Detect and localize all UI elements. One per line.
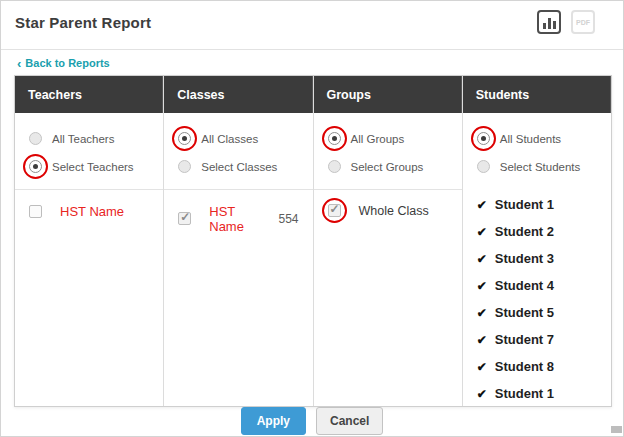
- option-label: All Teachers: [52, 133, 114, 145]
- footer-actions: Apply Cancel: [1, 407, 623, 435]
- classes-column-header: Classes: [164, 76, 312, 113]
- select-groups-radio[interactable]: [328, 160, 342, 174]
- scrollbar-fragment[interactable]: [611, 426, 622, 433]
- teachers-column: Teachers All Teachers Select Teachers HS…: [15, 76, 164, 406]
- option-all-classes[interactable]: All Classes: [164, 125, 312, 153]
- option-select-teachers[interactable]: Select Teachers: [15, 153, 163, 181]
- radio-icon: [477, 160, 490, 173]
- option-select-classes[interactable]: Select Classes: [164, 153, 312, 181]
- classes-column: Classes All Classes Select Classes HST N…: [164, 76, 313, 406]
- teacher-list-item[interactable]: HST Name: [29, 204, 149, 219]
- student-list-item[interactable]: Student 8: [477, 353, 597, 380]
- pdf-icon-label: PDF: [576, 19, 590, 26]
- teachers-options: All Teachers Select Teachers: [15, 113, 163, 190]
- cancel-button[interactable]: Cancel: [316, 407, 383, 435]
- bar-chart-bar: [548, 18, 551, 29]
- option-all-groups[interactable]: All Groups: [314, 125, 462, 153]
- classes-item-list: HST Name 554: [164, 190, 312, 240]
- student-name-label: Student 3: [495, 251, 554, 266]
- groups-options: All Groups Select Groups: [314, 113, 462, 190]
- student-name-label: Student 1: [495, 386, 554, 401]
- teacher-name-label: HST Name: [60, 204, 124, 219]
- back-chevron-icon: [17, 58, 21, 69]
- teacher-checkbox[interactable]: [29, 205, 43, 219]
- option-select-groups[interactable]: Select Groups: [314, 153, 462, 181]
- option-label: All Groups: [351, 133, 405, 145]
- student-name-label: Student 2: [495, 224, 554, 239]
- star-parent-report-page: Star Parent Report PDF Back to Reports T…: [0, 0, 624, 437]
- class-checkbox[interactable]: [178, 212, 192, 226]
- bar-chart-bar: [543, 23, 546, 29]
- bar-chart-bar: [553, 21, 556, 29]
- student-list-item[interactable]: Student 2: [477, 218, 597, 245]
- student-name-label: Student 4: [495, 278, 554, 293]
- option-label: Select Classes: [201, 161, 277, 173]
- checkbox-icon: [328, 204, 341, 217]
- option-label: All Students: [500, 133, 561, 145]
- option-label: All Classes: [201, 133, 258, 145]
- option-all-teachers[interactable]: All Teachers: [15, 125, 163, 153]
- groups-column-header: Groups: [314, 76, 462, 113]
- class-list-item[interactable]: HST Name 554: [178, 204, 298, 234]
- option-select-students[interactable]: Select Students: [463, 153, 611, 181]
- back-link-label: Back to Reports: [25, 57, 109, 69]
- groups-item-list: Whole Class: [314, 190, 462, 224]
- radio-icon: [328, 160, 341, 173]
- check-icon: [477, 333, 487, 347]
- teachers-item-list: HST Name: [15, 190, 163, 225]
- radio-icon: [29, 132, 42, 145]
- check-icon: [477, 387, 487, 401]
- back-to-reports-link[interactable]: Back to Reports: [17, 57, 110, 69]
- student-list-item[interactable]: Student 1: [477, 191, 597, 218]
- check-icon: [477, 306, 487, 320]
- radio-icon: [178, 160, 191, 173]
- student-list-item[interactable]: Student 1: [477, 380, 597, 407]
- student-name-label: Student 1: [495, 197, 554, 212]
- class-name-label: HST Name: [209, 204, 256, 234]
- option-label: Select Teachers: [52, 161, 134, 173]
- group-name-label: Whole Class: [359, 204, 429, 218]
- groups-column: Groups All Groups Select Groups Whole Cl…: [314, 76, 463, 406]
- all-groups-radio[interactable]: [328, 132, 342, 146]
- whole-class-checkbox[interactable]: [328, 204, 342, 218]
- student-list-item[interactable]: Student 4: [477, 272, 597, 299]
- student-list-item[interactable]: Student 5: [477, 299, 597, 326]
- checkbox-icon: [29, 205, 42, 218]
- radio-icon: [178, 132, 191, 145]
- student-name-label: Student 8: [495, 359, 554, 374]
- apply-button[interactable]: Apply: [241, 407, 306, 435]
- radio-icon: [328, 132, 341, 145]
- all-teachers-radio[interactable]: [29, 132, 43, 146]
- top-header-bar: Star Parent Report PDF: [1, 1, 623, 50]
- group-list-item[interactable]: Whole Class: [328, 204, 448, 218]
- class-student-count: 554: [278, 212, 298, 226]
- check-icon: [477, 198, 487, 212]
- check-icon: [477, 279, 487, 293]
- radio-icon: [477, 132, 490, 145]
- radio-icon: [29, 160, 42, 173]
- student-name-label: Student 5: [495, 305, 554, 320]
- all-classes-radio[interactable]: [178, 132, 192, 146]
- student-name-label: Student 7: [495, 332, 554, 347]
- bar-chart-icon[interactable]: [537, 10, 561, 34]
- students-list: Student 1 Student 2 Student 3 Student 4 …: [463, 189, 611, 407]
- classes-options: All Classes Select Classes: [164, 113, 312, 190]
- check-icon: [477, 225, 487, 239]
- option-label: Select Groups: [351, 161, 424, 173]
- checkbox-icon: [178, 212, 191, 225]
- page-title: Star Parent Report: [15, 14, 151, 31]
- students-column-header: Students: [463, 76, 611, 113]
- all-students-radio[interactable]: [477, 132, 491, 146]
- report-selection-panel: Teachers All Teachers Select Teachers HS…: [14, 75, 612, 407]
- option-all-students[interactable]: All Students: [463, 125, 611, 153]
- student-list-item[interactable]: Student 3: [477, 245, 597, 272]
- pdf-export-icon[interactable]: PDF: [571, 10, 595, 34]
- check-icon: [477, 252, 487, 266]
- check-icon: [477, 360, 487, 374]
- select-students-radio[interactable]: [477, 160, 491, 174]
- teachers-column-header: Teachers: [15, 76, 163, 113]
- students-column: Students All Students Select Students St…: [463, 76, 611, 406]
- select-classes-radio[interactable]: [178, 160, 192, 174]
- student-list-item[interactable]: Student 7: [477, 326, 597, 353]
- select-teachers-radio[interactable]: [29, 160, 43, 174]
